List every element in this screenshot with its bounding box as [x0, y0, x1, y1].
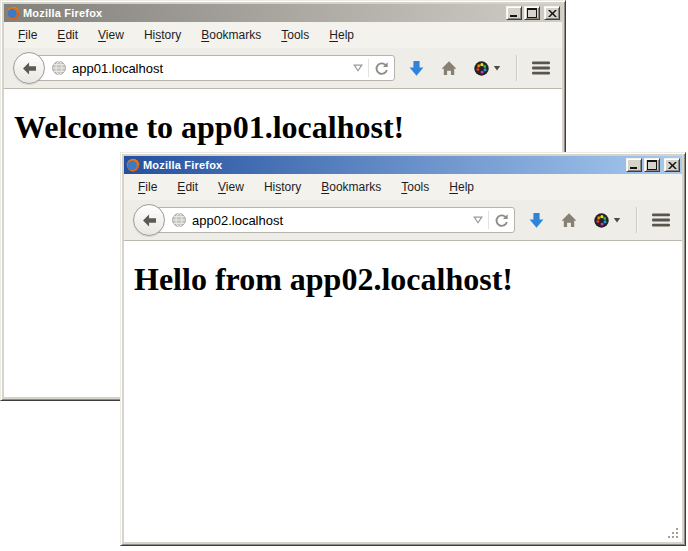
addon-button[interactable]: [593, 212, 621, 229]
toolbar-separator: [636, 207, 637, 233]
toolbar-buttons: [528, 207, 670, 233]
maximize-button[interactable]: [524, 6, 540, 20]
url-bar[interactable]: app01.localhost: [28, 55, 395, 81]
urlbar-dropdown-icon[interactable]: [353, 64, 363, 72]
menu-item-help[interactable]: Help: [320, 25, 363, 45]
menu-item-history[interactable]: History: [255, 177, 310, 197]
urlbar-divider: [488, 211, 489, 229]
toolbar-separator: [516, 55, 517, 81]
page-heading: Hello from app02.localhost!: [134, 261, 682, 298]
home-icon[interactable]: [440, 60, 458, 77]
minimize-button[interactable]: [626, 158, 642, 172]
back-button[interactable]: [133, 204, 165, 236]
minimize-icon: [630, 167, 637, 169]
back-icon: [21, 60, 38, 77]
menu-item-edit[interactable]: Edit: [48, 25, 87, 45]
window-controls: [626, 158, 680, 172]
caret-down-icon: [493, 65, 501, 71]
menu-item-tools[interactable]: Tools: [272, 25, 318, 45]
globe-icon[interactable]: [51, 60, 67, 76]
caret-down-icon: [613, 217, 621, 223]
urlbar-divider: [368, 59, 369, 77]
firefox-icon[interactable]: [126, 158, 140, 172]
window-title: Mozilla Firefox: [23, 7, 503, 20]
window-controls: [506, 6, 560, 20]
menu-item-view[interactable]: View: [209, 177, 253, 197]
close-button[interactable]: [544, 6, 560, 20]
navigation-toolbar: app01.localhost: [4, 48, 562, 89]
window-title: Mozilla Firefox: [143, 159, 623, 172]
firefox-icon[interactable]: [6, 6, 20, 20]
menu-item-edit[interactable]: Edit: [168, 177, 207, 197]
page-heading: Welcome to app01.localhost!: [14, 109, 562, 146]
download-icon[interactable]: [408, 60, 425, 77]
close-icon: [548, 10, 557, 17]
close-button[interactable]: [664, 158, 680, 172]
maximize-icon: [647, 160, 657, 170]
url-bar[interactable]: app02.localhost: [148, 207, 515, 233]
url-text[interactable]: app01.localhost: [72, 61, 348, 76]
hamburger-menu-icon[interactable]: [652, 213, 670, 227]
menu-item-bookmarks[interactable]: Bookmarks: [192, 25, 270, 45]
close-icon: [668, 162, 677, 169]
home-icon[interactable]: [560, 212, 578, 229]
menubar: FileEditViewHistoryBookmarksToolsHelp: [124, 174, 682, 200]
reload-icon[interactable]: [494, 213, 509, 228]
url-text[interactable]: app02.localhost: [192, 213, 468, 228]
minimize-button[interactable]: [506, 6, 522, 20]
download-icon[interactable]: [528, 212, 545, 229]
menu-item-history[interactable]: History: [135, 25, 190, 45]
addon-button[interactable]: [473, 60, 501, 77]
maximize-icon: [527, 8, 537, 18]
urlbar-dropdown-icon[interactable]: [473, 216, 483, 224]
back-button[interactable]: [13, 52, 45, 84]
addon-icon: [473, 60, 490, 77]
menu-item-file[interactable]: File: [9, 25, 46, 45]
navigation-toolbar: app02.localhost: [124, 200, 682, 241]
addon-icon: [593, 212, 610, 229]
reload-icon[interactable]: [374, 61, 389, 76]
toolbar-buttons: [408, 55, 550, 81]
maximize-button[interactable]: [644, 158, 660, 172]
firefox-window-app02[interactable]: Mozilla Firefox FileEditViewHistoryBookm…: [120, 152, 686, 546]
titlebar[interactable]: Mozilla Firefox: [124, 156, 682, 174]
titlebar[interactable]: Mozilla Firefox: [4, 4, 562, 22]
menu-item-view[interactable]: View: [89, 25, 133, 45]
globe-icon[interactable]: [171, 212, 187, 228]
menubar: FileEditViewHistoryBookmarksToolsHelp: [4, 22, 562, 48]
resize-grip[interactable]: [667, 527, 680, 540]
menu-item-help[interactable]: Help: [440, 177, 483, 197]
page-content: Hello from app02.localhost!: [124, 241, 682, 542]
back-icon: [141, 212, 158, 229]
minimize-icon: [510, 15, 517, 17]
menu-item-bookmarks[interactable]: Bookmarks: [312, 177, 390, 197]
hamburger-menu-icon[interactable]: [532, 61, 550, 75]
menu-item-file[interactable]: File: [129, 177, 166, 197]
menu-item-tools[interactable]: Tools: [392, 177, 438, 197]
